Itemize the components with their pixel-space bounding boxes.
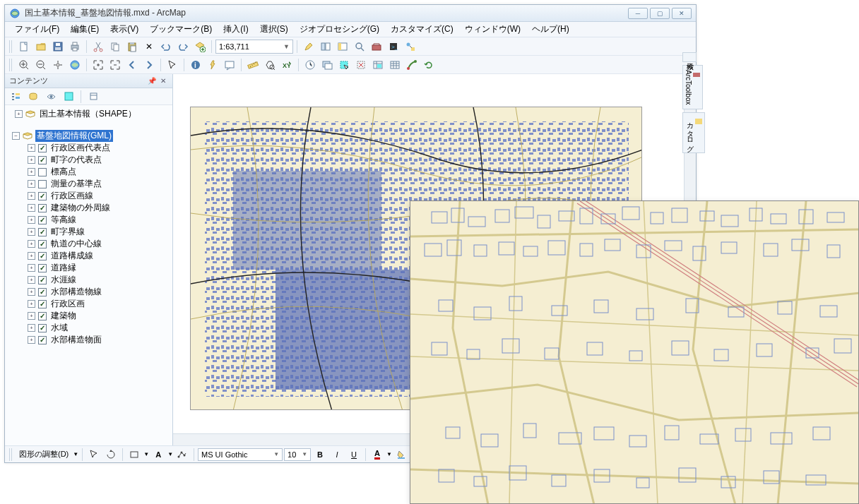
menu-edit[interactable]: 編集(E)	[65, 22, 105, 37]
expand-icon[interactable]: +	[15, 110, 23, 118]
collapse-icon[interactable]: −	[12, 132, 20, 140]
menu-bookmark[interactable]: ブックマーク(B)	[144, 22, 218, 37]
measure-button[interactable]	[245, 57, 261, 73]
layer-label[interactable]: 標高点	[49, 166, 78, 178]
layer-label[interactable]: 水域	[49, 322, 69, 334]
find-route-button[interactable]	[404, 57, 420, 73]
select-elements-button[interactable]	[165, 57, 180, 73]
fill-color-button[interactable]	[393, 447, 409, 462]
toolbar-grip[interactable]	[9, 448, 13, 461]
layer-row[interactable]: +水涯線	[5, 274, 172, 286]
editor-toolbar-button[interactable]	[301, 39, 316, 54]
layer-checkbox[interactable]	[38, 180, 47, 188]
layer-label[interactable]: 町字界線	[49, 226, 86, 238]
select-features-button[interactable]	[336, 57, 352, 73]
toc-button[interactable]	[318, 39, 333, 54]
copy-button[interactable]	[107, 39, 123, 54]
layer-label[interactable]: 道路縁	[49, 262, 78, 274]
layer-group-shape[interactable]: + 国土基本情報（SHAPE）	[5, 108, 172, 120]
layer-label[interactable]: 国土基本情報（SHAPE）	[38, 108, 138, 120]
font-combo[interactable]: MS UI Gothic▼	[198, 448, 283, 461]
toolbar-grip[interactable]	[9, 40, 13, 53]
close-toc-button[interactable]: ✕	[158, 77, 168, 85]
expand-icon[interactable]: +	[28, 192, 35, 200]
menu-window[interactable]: ウィンドウ(W)	[459, 22, 526, 37]
back-extent-button[interactable]	[124, 57, 140, 73]
layer-row[interactable]: +軌道の中心線	[5, 238, 172, 250]
toolbar-grip[interactable]	[9, 59, 13, 71]
python-button[interactable]: >_	[386, 39, 401, 54]
expand-icon[interactable]: +	[28, 288, 35, 296]
expand-icon[interactable]: +	[28, 336, 35, 344]
layer-row[interactable]: +測量の基準点	[5, 178, 172, 190]
fixed-zoom-out-button[interactable]	[107, 57, 123, 73]
clear-selection-button[interactable]	[353, 57, 369, 73]
expand-icon[interactable]: +	[28, 228, 35, 236]
layer-checkbox[interactable]	[38, 240, 47, 248]
layer-checkbox[interactable]	[38, 276, 47, 284]
catalog-button[interactable]	[335, 39, 350, 54]
list-by-source-button[interactable]	[25, 89, 41, 104]
expand-icon[interactable]: +	[28, 216, 35, 224]
side-tab-search[interactable]: 検索	[682, 52, 697, 62]
expand-icon[interactable]: +	[28, 180, 35, 188]
modelbuilder-button[interactable]	[403, 39, 418, 54]
text-tool[interactable]: A	[150, 447, 166, 462]
layer-row[interactable]: +水域	[5, 322, 172, 334]
menu-insert[interactable]: 挿入(I)	[218, 22, 254, 37]
expand-icon[interactable]: +	[28, 312, 35, 320]
side-tab-arctoolbox[interactable]: ArcToolbox	[682, 65, 703, 109]
layer-checkbox[interactable]	[38, 252, 47, 260]
layer-row[interactable]: +等高線	[5, 214, 172, 226]
open-button[interactable]	[33, 39, 49, 54]
layer-row[interactable]: +道路構成線	[5, 250, 172, 262]
expand-icon[interactable]: +	[28, 252, 35, 260]
layer-row[interactable]: +建築物	[5, 310, 172, 322]
hyperlink-button[interactable]	[205, 57, 220, 73]
underline-button[interactable]: U	[346, 447, 362, 462]
layer-label[interactable]: 基盤地図情報(GML)	[35, 130, 113, 142]
menu-select[interactable]: 選択(S)	[254, 22, 294, 37]
italic-button[interactable]: I	[329, 447, 345, 462]
layer-row[interactable]: +水部構造物面	[5, 334, 172, 346]
layer-label[interactable]: 建築物の外周線	[49, 202, 112, 214]
layer-row[interactable]: +行政区画線	[5, 190, 172, 202]
menu-file[interactable]: ファイル(F)	[9, 22, 65, 37]
layer-checkbox[interactable]	[38, 144, 47, 152]
layer-label[interactable]: 水涯線	[49, 274, 78, 286]
time-slider-button[interactable]	[302, 57, 318, 73]
layer-row[interactable]: +標高点	[5, 166, 172, 178]
maximize-button[interactable]: ▢	[650, 8, 670, 19]
layer-label[interactable]: 道路構成線	[49, 250, 95, 262]
expand-icon[interactable]: +	[28, 168, 35, 176]
find-button[interactable]	[262, 57, 278, 73]
expand-icon[interactable]: +	[28, 144, 35, 152]
layer-label[interactable]: 行政区画線	[49, 190, 95, 202]
cut-button[interactable]	[90, 39, 106, 54]
html-popup-button[interactable]	[222, 57, 237, 73]
layer-label[interactable]: 行政区画代表点	[49, 142, 112, 154]
layer-checkbox[interactable]	[38, 288, 47, 296]
side-tab-catalog[interactable]: カタログ	[682, 112, 705, 153]
layer-checkbox[interactable]	[38, 336, 47, 344]
layer-row[interactable]: +町字の代表点	[5, 154, 172, 166]
layer-checkbox[interactable]	[38, 168, 47, 176]
forward-extent-button[interactable]	[141, 57, 157, 73]
edit-vertices-button[interactable]	[174, 447, 190, 462]
expand-icon[interactable]: +	[28, 156, 35, 164]
menu-customize[interactable]: カスタマイズ(C)	[385, 22, 459, 37]
expand-icon[interactable]: +	[28, 240, 35, 248]
rotate-button[interactable]	[103, 447, 119, 462]
zoom-in-button[interactable]	[16, 57, 32, 73]
print-button[interactable]	[67, 39, 83, 54]
layer-checkbox[interactable]	[38, 312, 47, 320]
layer-row[interactable]: +水部構造物線	[5, 286, 172, 298]
create-viewer-button[interactable]	[319, 57, 335, 73]
layer-checkbox[interactable]	[38, 192, 47, 200]
layer-label[interactable]: 測量の基準点	[49, 178, 103, 190]
layer-label[interactable]: 軌道の中心線	[49, 238, 103, 250]
expand-icon[interactable]: +	[28, 276, 35, 284]
attribute-table-button[interactable]	[387, 57, 403, 73]
identify-button[interactable]: i	[188, 57, 203, 73]
pin-icon[interactable]: 📌	[146, 77, 158, 85]
